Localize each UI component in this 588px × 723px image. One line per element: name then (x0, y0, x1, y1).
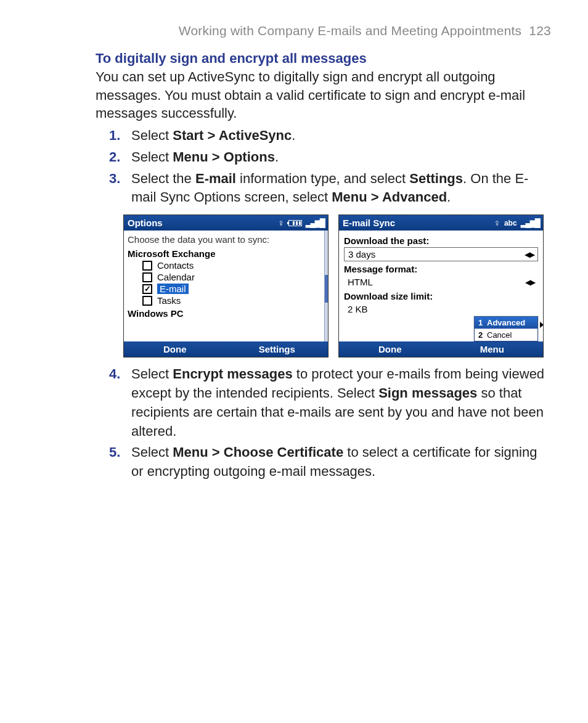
label-download-past: Download the past: (344, 235, 538, 246)
step-bold: Menu > Advanced (332, 189, 447, 205)
signal-icon: ▂▄▆█ (306, 218, 324, 227)
intro-paragraph: You can set up ActiveSync to digitally s… (96, 68, 551, 123)
step-number: 1. (109, 126, 120, 145)
step-list: 1. Select Start > ActiveSync. 2. Select … (96, 126, 551, 207)
field-download-size-limit[interactable]: 2 KB (344, 303, 538, 316)
step-text: . (292, 128, 295, 143)
step-number: 4. (109, 365, 120, 384)
step-bold: E-mail (195, 171, 236, 186)
spinner-icon[interactable]: ◀ ▶ (525, 250, 534, 259)
softkey-menu[interactable]: Menu (441, 341, 544, 357)
battery-icon (288, 220, 302, 226)
titlebar: Options ♀ ▂▄▆█ (124, 215, 328, 231)
step-number: 2. (109, 148, 120, 167)
step-bold: Menu > Choose Certificate (173, 444, 343, 460)
menu-item-advanced[interactable]: 1 Advanced (475, 317, 537, 329)
field-download-past[interactable]: 3 days ◀ ▶ (344, 247, 538, 261)
step-text: information type, and select (236, 171, 409, 186)
step-text: Select (131, 366, 173, 382)
step-5: 5. Select Menu > Choose Certificate to s… (96, 443, 551, 481)
checkbox-icon[interactable] (142, 284, 152, 294)
voice-icon: ♀ (494, 218, 500, 228)
step-number: 5. (109, 443, 120, 462)
options-screen: Options ♀ ▂▄▆█ Choose the data you want … (123, 214, 329, 357)
screen-body: Download the past: 3 days ◀ ▶ Message fo… (339, 231, 543, 341)
step-bold: Encrypt messages (173, 366, 292, 382)
step-4: 4. Select Encrypt messages to protect yo… (96, 365, 551, 441)
instruction-text: Choose the data you want to sync: (128, 234, 324, 245)
step-bold: Sign messages (378, 385, 477, 401)
step-text: . (447, 189, 451, 205)
status-icons: ♀ abc ▂▄▆█ (494, 218, 539, 228)
checkbox-label: Contacts (157, 260, 194, 271)
checkbox-calendar[interactable]: Calendar (142, 272, 324, 282)
menu-label: Advanced (487, 318, 525, 327)
signal-icon: ▂▄▆█ (521, 218, 539, 227)
spinner-icon[interactable]: ◀ ▶ (525, 278, 534, 287)
screenshots-row: Options ♀ ▂▄▆█ Choose the data you want … (123, 214, 551, 357)
page-header: Working with Company E-mails and Meeting… (37, 23, 551, 38)
step-bold: Settings (409, 171, 463, 186)
menu-key: 1 (478, 318, 484, 327)
checkbox-icon[interactable] (142, 296, 152, 306)
scrollbar[interactable] (324, 231, 328, 341)
section-heading: To digitally sign and encrypt all messag… (96, 51, 551, 67)
step-text: Select (131, 444, 173, 460)
step-1: 1. Select Start > ActiveSync. (96, 126, 551, 145)
checkbox-icon[interactable] (142, 272, 152, 282)
step-3: 3. Select the E-mail information type, a… (96, 170, 551, 208)
step-2: 2. Select Menu > Options. (96, 148, 551, 167)
softkey-done[interactable]: Done (124, 341, 226, 357)
submenu-arrow-icon (540, 322, 544, 328)
header-text: Working with Company E-mails and Meeting… (179, 23, 521, 38)
step-list-continued: 4. Select Encrypt messages to protect yo… (96, 365, 551, 481)
step-text: Select (131, 128, 173, 143)
checkbox-contacts[interactable]: Contacts (142, 260, 324, 271)
group-windows-pc: Windows PC (128, 308, 324, 319)
checkbox-icon[interactable] (142, 261, 152, 271)
screen-body: Choose the data you want to sync: Micros… (124, 231, 328, 341)
scrollbar-thumb[interactable] (325, 275, 328, 303)
menu-key: 2 (478, 330, 484, 340)
step-text: Select the (131, 171, 195, 186)
page-number: 123 (529, 23, 551, 38)
softkey-bar: Done Settings (124, 341, 328, 357)
step-bold: Start > ActiveSync (173, 128, 292, 143)
status-icons: ♀ ▂▄▆█ (277, 218, 324, 228)
screen-title: Options (128, 218, 163, 228)
softkey-done[interactable]: Done (339, 341, 441, 357)
menu-popup: 1 Advanced 2 Cancel (474, 316, 538, 341)
checkbox-tasks[interactable]: Tasks (142, 295, 324, 306)
step-bold: Menu > Options (173, 149, 275, 165)
screen-title: E-mail Sync (343, 218, 395, 228)
field-value: 3 days (348, 249, 375, 259)
voice-icon: ♀ (277, 218, 284, 228)
softkey-bar: Done Menu (339, 341, 543, 357)
step-number: 3. (109, 170, 120, 189)
label-download-size-limit: Download size limit: (344, 291, 538, 301)
titlebar: E-mail Sync ♀ abc ▂▄▆█ (339, 215, 543, 231)
input-mode-abc: abc (504, 219, 517, 227)
step-text: . (275, 149, 279, 165)
label-message-format: Message format: (344, 264, 538, 274)
group-exchange: Microsoft Exchange (128, 248, 324, 259)
menu-item-cancel[interactable]: 2 Cancel (475, 329, 537, 341)
field-value: 2 KB (348, 304, 368, 314)
menu-label: Cancel (487, 330, 512, 340)
checkbox-label: Calendar (157, 272, 195, 282)
checkbox-email[interactable]: E-mail (142, 284, 324, 294)
field-message-format[interactable]: HTML ◀ ▶ (344, 276, 538, 288)
softkey-settings[interactable]: Settings (226, 341, 329, 357)
checkbox-label: Tasks (157, 295, 181, 306)
field-value: HTML (348, 277, 373, 287)
checkbox-label: E-mail (157, 284, 189, 294)
step-text: Select (131, 149, 173, 165)
email-sync-screen: E-mail Sync ♀ abc ▂▄▆█ Download the past… (338, 214, 544, 357)
